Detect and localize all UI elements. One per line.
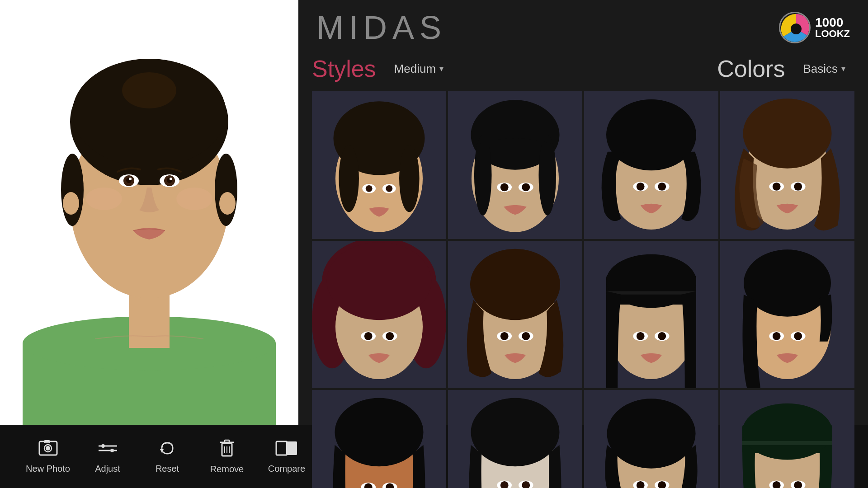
svg-point-63 bbox=[327, 242, 432, 320]
svg-point-73 bbox=[500, 332, 509, 340]
logo-area: 1000 LOOKZ bbox=[779, 12, 850, 43]
svg-point-32 bbox=[366, 185, 373, 192]
svg-point-19 bbox=[86, 188, 122, 210]
hair-style-7[interactable] bbox=[584, 241, 718, 389]
remove-icon bbox=[218, 439, 236, 460]
svg-point-128 bbox=[110, 449, 114, 452]
basics-value: Basics bbox=[803, 62, 838, 76]
svg-point-28 bbox=[339, 145, 359, 212]
basics-dropdown[interactable]: Basics ▾ bbox=[798, 60, 850, 78]
styles-label: Styles bbox=[312, 55, 376, 82]
svg-point-93 bbox=[335, 398, 423, 466]
svg-point-90 bbox=[794, 332, 802, 340]
hair-style-12[interactable] bbox=[720, 390, 854, 488]
svg-rect-79 bbox=[606, 291, 696, 294]
svg-point-48 bbox=[637, 183, 645, 191]
svg-point-82 bbox=[637, 332, 645, 340]
svg-point-22 bbox=[219, 192, 236, 215]
remove-label: Remove bbox=[210, 464, 244, 474]
app-header: MIDAS 1000 LOOKZ bbox=[298, 0, 868, 51]
app-panel: MIDAS 1000 LOOKZ bbox=[298, 0, 868, 425]
hair-style-9[interactable] bbox=[312, 390, 446, 488]
logo-number: 1000 bbox=[815, 16, 843, 29]
svg-point-52 bbox=[743, 99, 831, 168]
adjust-label: Adjust bbox=[95, 464, 120, 474]
svg-point-67 bbox=[386, 332, 394, 340]
controls-bar: Styles Medium ▾ Colors Basics ▾ bbox=[298, 51, 868, 91]
photo-panel bbox=[0, 0, 298, 425]
hair-style-2[interactable] bbox=[448, 91, 582, 239]
svg-point-100 bbox=[471, 398, 559, 466]
medium-value: Medium bbox=[394, 62, 436, 76]
subject-photo bbox=[0, 0, 298, 425]
hair-style-10[interactable] bbox=[448, 390, 582, 488]
svg-point-38 bbox=[538, 135, 556, 216]
hair-style-1[interactable] bbox=[312, 91, 446, 239]
svg-point-21 bbox=[63, 192, 79, 215]
svg-point-74 bbox=[522, 332, 530, 340]
logo-name: LOOKZ bbox=[815, 29, 850, 39]
compare-button[interactable]: Compare bbox=[264, 439, 309, 474]
svg-point-66 bbox=[364, 332, 373, 340]
hair-style-4[interactable] bbox=[720, 91, 854, 239]
medium-dropdown-arrow: ▾ bbox=[439, 64, 443, 74]
svg-point-29 bbox=[399, 145, 420, 212]
svg-point-89 bbox=[773, 332, 781, 340]
svg-point-8 bbox=[61, 154, 84, 226]
basics-dropdown-arrow: ▾ bbox=[841, 64, 845, 74]
svg-point-115 bbox=[742, 404, 832, 460]
toolbar-left: New Photo Adjust bbox=[18, 439, 316, 474]
svg-point-14 bbox=[129, 178, 132, 180]
svg-point-10 bbox=[122, 72, 176, 108]
new-photo-button[interactable]: New Photo bbox=[25, 439, 71, 474]
medium-dropdown[interactable]: Medium ▾ bbox=[390, 60, 448, 78]
hair-style-5[interactable] bbox=[312, 241, 446, 389]
adjust-icon bbox=[98, 439, 118, 460]
svg-point-55 bbox=[773, 183, 781, 191]
svg-point-49 bbox=[658, 183, 666, 191]
svg-point-37 bbox=[474, 135, 492, 216]
remove-button[interactable]: Remove bbox=[204, 439, 250, 474]
colors-label: Colors bbox=[717, 55, 785, 82]
svg-point-33 bbox=[386, 185, 392, 192]
new-photo-icon bbox=[38, 439, 58, 460]
svg-point-24 bbox=[791, 23, 802, 34]
svg-point-18 bbox=[170, 178, 172, 180]
svg-rect-116 bbox=[742, 441, 832, 445]
logo-icon bbox=[779, 12, 811, 43]
svg-point-56 bbox=[794, 183, 802, 191]
svg-rect-138 bbox=[276, 441, 287, 455]
new-photo-label: New Photo bbox=[26, 464, 70, 474]
svg-point-107 bbox=[607, 399, 695, 469]
svg-point-42 bbox=[522, 183, 530, 191]
svg-point-125 bbox=[101, 444, 105, 448]
compare-label: Compare bbox=[268, 464, 305, 474]
svg-point-83 bbox=[658, 332, 666, 340]
reset-icon bbox=[158, 439, 176, 460]
compare-icon bbox=[275, 439, 298, 460]
svg-point-70 bbox=[470, 249, 560, 320]
logo-text: 1000 LOOKZ bbox=[815, 16, 850, 39]
person-illustration bbox=[0, 0, 298, 425]
app-title: MIDAS bbox=[316, 9, 447, 46]
svg-point-20 bbox=[176, 188, 212, 210]
svg-point-9 bbox=[215, 154, 237, 226]
hair-style-11[interactable] bbox=[584, 390, 718, 488]
hair-style-3[interactable] bbox=[584, 91, 718, 239]
reset-label: Reset bbox=[156, 464, 179, 474]
reset-button[interactable]: Reset bbox=[145, 439, 190, 474]
adjust-button[interactable]: Adjust bbox=[85, 439, 130, 474]
hair-style-8[interactable] bbox=[720, 241, 854, 389]
svg-point-45 bbox=[606, 99, 696, 170]
hair-style-6[interactable] bbox=[448, 241, 582, 389]
svg-point-124 bbox=[46, 446, 50, 450]
svg-point-41 bbox=[500, 183, 509, 191]
svg-rect-139 bbox=[286, 441, 297, 455]
